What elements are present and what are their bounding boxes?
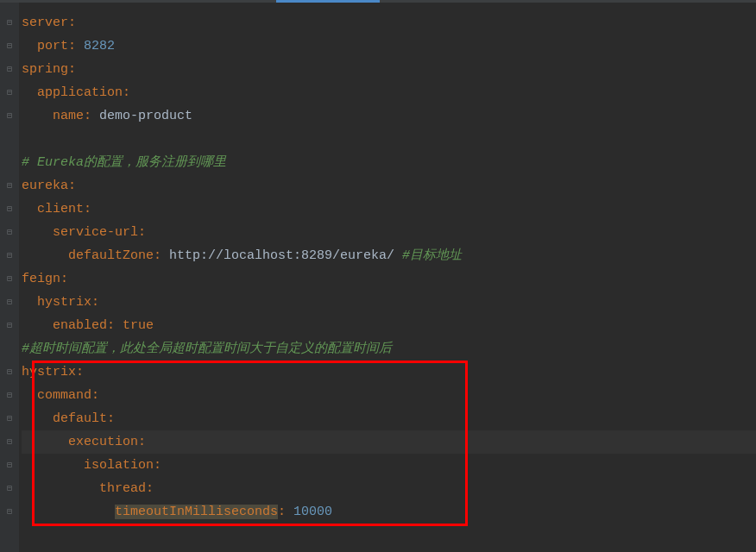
code-line[interactable]: client:: [22, 198, 756, 221]
token-colon: :: [68, 62, 76, 77]
token-colon: :: [68, 16, 76, 30]
code-line[interactable]: server:: [22, 11, 756, 34]
token-comment-gr: #目标地址: [402, 248, 462, 263]
fold-marker[interactable]: ⊟: [0, 407, 19, 430]
code-line[interactable]: defaultZone: http://localhost:8289/eurek…: [22, 244, 756, 267]
token-plain: [22, 435, 68, 449]
fold-marker[interactable]: [0, 337, 19, 361]
token-key: default: [53, 411, 107, 426]
token-plain: [22, 481, 99, 496]
token-colon: :: [107, 318, 123, 333]
fold-marker[interactable]: ⊟: [0, 430, 19, 454]
token-plain: [22, 248, 68, 263]
token-colon: :: [154, 458, 161, 473]
token-plain: [22, 225, 53, 240]
code-line[interactable]: hystrix:: [22, 291, 756, 314]
token-colon: :: [278, 505, 293, 519]
fold-marker[interactable]: ⊟: [0, 291, 19, 314]
fold-marker[interactable]: [0, 151, 19, 174]
token-key: execution: [68, 435, 138, 449]
token-colon: :: [91, 388, 99, 403]
token-plain: [22, 295, 37, 310]
code-line[interactable]: execution:: [22, 430, 756, 454]
fold-marker[interactable]: [0, 128, 19, 151]
token-plain: [22, 388, 37, 403]
fold-marker[interactable]: ⊟: [0, 58, 19, 81]
code-line[interactable]: # Eureka的配置，服务注册到哪里: [22, 151, 756, 174]
token-plain: [22, 318, 53, 333]
token-plain: [22, 85, 37, 100]
fold-marker[interactable]: ⊟: [0, 500, 19, 524]
code-line[interactable]: port: 8282: [22, 34, 756, 58]
fold-marker[interactable]: ⊟: [0, 314, 19, 337]
token-colon: :: [60, 272, 68, 286]
token-key: thread: [99, 481, 146, 496]
token-key: port: [37, 39, 68, 53]
token-key: isolation: [84, 458, 154, 473]
fold-marker[interactable]: ⊟: [0, 384, 19, 407]
token-key: application: [37, 85, 123, 100]
code-line[interactable]: timeoutInMilliseconds: 10000: [22, 500, 756, 524]
code-line[interactable]: command:: [22, 384, 756, 407]
token-key: service-url: [53, 225, 138, 240]
fold-marker[interactable]: ⊟: [0, 34, 19, 58]
fold-marker[interactable]: ⊟: [0, 244, 19, 267]
fold-marker[interactable]: ⊟: [0, 267, 19, 291]
token-key: defaultZone: [68, 248, 154, 263]
token-plain: [22, 411, 53, 426]
token-number: 10000: [293, 505, 332, 519]
token-colon: :: [138, 225, 146, 240]
token-colon: :: [138, 435, 146, 449]
code-line[interactable]: [22, 128, 756, 151]
token-number: 8282: [84, 39, 115, 53]
fold-marker[interactable]: ⊟: [0, 11, 19, 34]
token-plain: [22, 109, 53, 123]
fold-marker[interactable]: ⊟: [0, 361, 19, 384]
token-key: feign: [22, 272, 60, 286]
token-plain: [22, 505, 115, 519]
code-line[interactable]: default:: [22, 407, 756, 430]
fold-marker[interactable]: ⊟: [0, 174, 19, 198]
token-key: hystrix: [22, 365, 76, 380]
token-key: hystrix: [37, 295, 91, 310]
fold-marker[interactable]: ⊟: [0, 221, 19, 244]
token-key: server: [22, 16, 68, 30]
token-colon: :: [91, 295, 99, 310]
gutter: ⊟⊟⊟⊟⊟⊟⊟⊟⊟⊟⊟⊟⊟⊟⊟⊟⊟⊟⊟: [0, 3, 19, 552]
token-key: eureka: [22, 179, 68, 193]
token-key: enabled: [53, 318, 107, 333]
token-plain: [22, 458, 84, 473]
token-key: timeoutInMilliseconds: [115, 505, 278, 519]
code-line[interactable]: name: demo-product: [22, 104, 756, 128]
fold-marker[interactable]: ⊟: [0, 198, 19, 221]
code-line[interactable]: feign:: [22, 267, 756, 291]
token-colon: :: [123, 85, 130, 100]
code-line[interactable]: application:: [22, 81, 756, 104]
token-colon: :: [68, 39, 84, 53]
code-area[interactable]: server: port: 8282spring: application: n…: [19, 3, 756, 552]
token-key: name: [53, 109, 84, 123]
fold-marker[interactable]: ⊟: [0, 477, 19, 500]
fold-marker[interactable]: ⊟: [0, 104, 19, 128]
token-bool: true: [123, 318, 154, 333]
token-colon: :: [84, 202, 91, 216]
code-line[interactable]: eureka:: [22, 174, 756, 198]
token-key: client: [37, 202, 84, 216]
token-plain: http://localhost:8289/eureka/: [169, 248, 402, 263]
token-colon: :: [76, 365, 84, 380]
code-line[interactable]: enabled: true: [22, 314, 756, 337]
code-editor[interactable]: ⊟⊟⊟⊟⊟⊟⊟⊟⊟⊟⊟⊟⊟⊟⊟⊟⊟⊟⊟ server: port: 8282sp…: [0, 3, 756, 552]
fold-marker[interactable]: ⊟: [0, 454, 19, 477]
token-colon: :: [68, 179, 76, 193]
code-line[interactable]: service-url:: [22, 221, 756, 244]
token-key: command: [37, 388, 91, 403]
fold-marker[interactable]: ⊟: [0, 81, 19, 104]
token-plain: demo-product: [99, 109, 192, 123]
token-comment-gr: #超时时间配置，此处全局超时配置时间大于自定义的配置时间后: [22, 342, 392, 356]
code-line[interactable]: #超时时间配置，此处全局超时配置时间大于自定义的配置时间后: [22, 337, 756, 361]
code-line[interactable]: isolation:: [22, 454, 756, 477]
code-line[interactable]: thread:: [22, 477, 756, 500]
token-colon: :: [107, 411, 115, 426]
code-line[interactable]: hystrix:: [22, 361, 756, 384]
code-line[interactable]: spring:: [22, 58, 756, 81]
